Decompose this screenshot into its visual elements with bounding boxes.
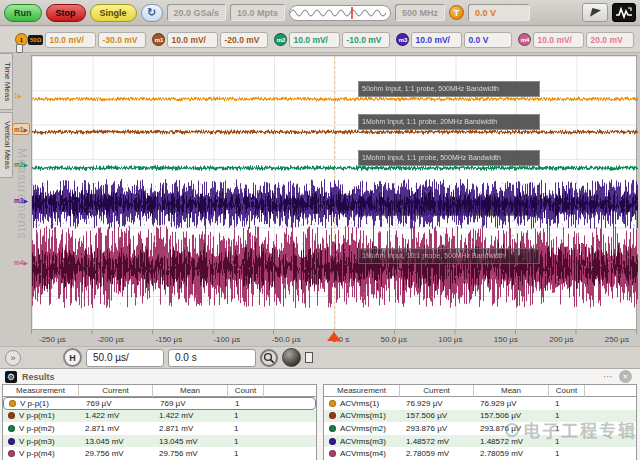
trigger-level-field[interactable]: 0.0 V <box>468 4 530 21</box>
intensity-knob[interactable] <box>282 348 301 367</box>
memory-m4-badge[interactable]: m4 <box>518 33 531 46</box>
channel-1-scale-field[interactable]: 10.0 mV/ <box>45 32 96 48</box>
channel-color-dot <box>329 450 336 457</box>
trace-label-m4[interactable]: 1Mohm Input, 10:1 probe, 500MHz Bandwidt… <box>358 248 540 264</box>
memory-m3-offset-field[interactable]: 0.0 V <box>464 32 512 48</box>
table-row[interactable]: V p-p(m2) 2.871 mV 2.871 mV 1 <box>3 422 316 435</box>
magnifier-icon <box>263 352 275 364</box>
memory-m3-scale-field[interactable]: 10.0 mV/ <box>411 32 462 48</box>
table-row[interactable]: V p-p(m4) 29.756 mV 29.756 mV 1 <box>3 447 316 460</box>
waveform-arrows-icon <box>615 6 633 19</box>
results-panel: ⚙ Results ⋯ ✕ MeasurementCurrent MeanCou… <box>0 368 640 460</box>
channel-1-group: 1 50Ω 10.0 mV/ -30.0 mV <box>15 32 146 48</box>
single-button[interactable]: Single <box>90 4 137 22</box>
table-row[interactable]: ACVrms(m4) 2.78059 mV 2.78059 mV 1 <box>324 447 636 460</box>
panel-menu-dots[interactable]: ⋯ <box>603 371 614 382</box>
waveform-preview[interactable] <box>289 5 391 21</box>
table-row[interactable]: V p-p(m1) 1.422 mV 1.422 mV 1 <box>3 410 316 423</box>
close-icon[interactable]: ✕ <box>619 370 632 383</box>
main-display: Time Meas Vertical Meas Measurements 1▶ … <box>0 53 640 368</box>
sidebar-tabs: Time Meas Vertical Meas <box>0 53 14 180</box>
waveform-settings-button[interactable] <box>612 3 636 22</box>
memory-m3-group: m3 10.0 mV/ 0.0 V <box>396 32 512 48</box>
memory-m1-scale-field[interactable]: 10.0 mV/ <box>167 32 218 48</box>
marker-arrow-icon: ▶ <box>23 260 28 266</box>
horizontal-controls-bar: » H 50.0 µs/ 0.0 s <box>0 346 640 368</box>
marker-tool-button[interactable] <box>305 352 313 363</box>
waveform-grid[interactable]: 1Mohm Input, 10:1 probe, 20MHz Bandwidth… <box>31 55 637 330</box>
oscilloscope-app: Run Stop Single ↻ 20.0 GSa/s 10.0 Mpts 5… <box>0 0 640 460</box>
channel-1-impedance-badge: 50Ω <box>28 35 43 45</box>
memory-m3-ground-marker[interactable]: m3▶ <box>14 195 28 207</box>
table-row[interactable]: V p-p(1) 769 µV 769 µV 1 <box>3 397 316 410</box>
results-title: Results <box>22 372 55 382</box>
results-title-bar[interactable]: ⚙ Results ⋯ ✕ <box>0 369 640 384</box>
channel-color-dot <box>8 438 15 445</box>
channel-color-dot <box>8 425 15 432</box>
sample-rate-readout: 20.0 GSa/s <box>167 4 227 21</box>
channel-color-dot <box>329 400 336 407</box>
memory-m4-ground-marker[interactable]: m4▶ <box>14 257 28 269</box>
bandwidth-readout: 500 MHz <box>395 4 445 21</box>
marker-arrow-icon: ▶ <box>23 198 28 204</box>
vpp-results-table: MeasurementCurrent MeanCount V p-p(1) 76… <box>2 384 317 460</box>
memory-m1-group: m1 10.0 mV/ -20.0 mV <box>152 32 268 48</box>
clear-display-button[interactable]: ↻ <box>141 4 163 22</box>
memory-m4-scale-field[interactable]: 10.0 mV/ <box>533 32 584 48</box>
channel-color-dot <box>8 412 15 419</box>
gear-icon[interactable]: ⚙ <box>5 371 17 383</box>
memory-m2-ground-marker[interactable]: m2▶ <box>14 159 28 171</box>
table-header: MeasurementCurrent MeanCount <box>324 385 636 397</box>
channel-color-dot <box>8 450 15 457</box>
memory-m2-scale-field[interactable]: 10.0 mV/ <box>289 32 340 48</box>
marker-arrow-icon: ▶ <box>23 162 28 168</box>
memory-m4-offset-field[interactable]: 20.0 mV <box>586 32 634 48</box>
channel-bar: 1 50Ω 10.0 mV/ -30.0 mV m1 10.0 mV/ -20.… <box>0 27 640 53</box>
memory-m4-group: m4 10.0 mV/ 20.0 mV <box>518 32 634 48</box>
stop-button[interactable]: Stop <box>46 4 86 22</box>
trigger-badge[interactable]: T <box>449 5 464 20</box>
trace-label-m1[interactable]: 1Mohm Input, 1:1 probe, 20MHz Bandwidth <box>358 114 540 130</box>
cursor-icon <box>590 8 601 19</box>
memory-m1-badge[interactable]: m1 <box>152 33 165 46</box>
horizontal-position-field[interactable]: 0.0 s <box>168 349 256 367</box>
memory-m1-offset-field[interactable]: -20.0 mV <box>220 32 268 48</box>
site-watermark: 电子工程专辑 <box>505 417 637 442</box>
channel-1-offset-field[interactable]: -30.0 mV <box>98 32 146 48</box>
zoom-button[interactable] <box>260 349 278 367</box>
memory-m2-group: m2 10.0 mV/ -10.0 mV <box>274 32 390 48</box>
top-toolbar: Run Stop Single ↻ 20.0 GSa/s 10.0 Mpts 5… <box>0 0 640 26</box>
channel-color-dot <box>329 425 336 432</box>
trace-label-ch1[interactable]: 50ohm Input, 1:1 probe, 500MHz Bandwidth <box>358 81 540 97</box>
timebase-field[interactable]: 50.0 µs/ <box>86 349 164 367</box>
marker-arrow-icon: ▶ <box>23 127 28 133</box>
table-header: MeasurementCurrent MeanCount <box>3 385 316 397</box>
pointer-mode-button[interactable] <box>582 3 608 22</box>
tab-time-meas[interactable]: Time Meas <box>0 53 13 110</box>
horizontal-menu-button[interactable]: H <box>63 348 82 367</box>
channel-1-ground-marker[interactable]: 1▶ <box>14 90 22 102</box>
waveform-traces <box>32 56 638 331</box>
memory-m1-ground-marker[interactable]: m1▶ <box>12 123 30 135</box>
channel-color-dot <box>329 438 336 445</box>
trace-label-m2[interactable]: 1Mohm Input, 1:1 probe, 500MHz Bandwidth <box>358 150 540 166</box>
refresh-icon: ↻ <box>147 6 156 19</box>
marker-arrow-icon: ▶ <box>18 93 23 99</box>
memory-m2-badge[interactable]: m2 <box>274 33 287 46</box>
channel-color-dot <box>9 400 16 407</box>
table-row[interactable]: V p-p(m3) 13.045 mV 13.045 mV 1 <box>3 435 316 448</box>
memory-m2-offset-field[interactable]: -10.0 mV <box>342 32 390 48</box>
sine-preview-icon <box>290 6 390 20</box>
watermark-logo-icon <box>505 423 519 437</box>
memory-depth-readout: 10.0 Mpts <box>230 4 285 21</box>
tab-vertical-meas[interactable]: Vertical Meas <box>0 112 13 178</box>
clipboard-icon <box>16 44 23 53</box>
expand-panel-button[interactable]: » <box>5 350 21 366</box>
memory-m3-badge[interactable]: m3 <box>396 33 409 46</box>
run-button[interactable]: Run <box>4 4 42 22</box>
table-row[interactable]: ACVrms(1) 76.929 µV 76.929 µV 1 <box>324 397 636 410</box>
channel-color-dot <box>329 412 336 419</box>
trigger-position-marker[interactable] <box>327 332 341 341</box>
